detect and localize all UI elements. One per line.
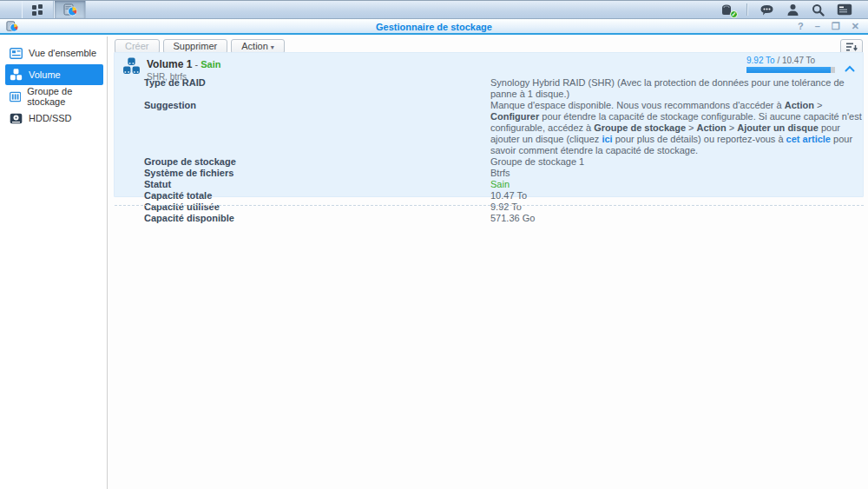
- pilot-view-icon[interactable]: [837, 3, 852, 16]
- detail-label: Suggestion: [144, 100, 490, 156]
- main-menu-button[interactable]: [22, 1, 54, 18]
- notifications-icon[interactable]: [760, 3, 774, 17]
- taskbar-separator: [746, 3, 747, 16]
- volume-subtitle: SHR, btrfs: [147, 72, 220, 82]
- sidebar-item-label: HDD/SSD: [29, 113, 72, 123]
- sidebar-item-storage-pool[interactable]: Groupe de stockage: [5, 86, 103, 107]
- capacity-separator: /: [775, 56, 782, 65]
- sidebar-item-volume[interactable]: Volume: [5, 64, 103, 85]
- hdd-icon: [10, 113, 23, 124]
- sidebar-item-hdd-ssd[interactable]: HDD/SSD: [5, 108, 103, 129]
- main-content: Créer Supprimer Action▾: [108, 36, 868, 489]
- volume-name-dash: -: [192, 59, 201, 69]
- detail-row: Système de fichiers Btrfs: [144, 168, 863, 179]
- panel-bottom-dashed-divider: [115, 205, 864, 206]
- detail-row: Statut Sain: [144, 179, 863, 190]
- suggestion-text: Manque d'espace disponible. Nous vous re…: [490, 100, 862, 156]
- sidebar-item-label: Volume: [29, 69, 61, 80]
- detail-value: Btrfs: [490, 168, 862, 179]
- detail-label: Groupe de stockage: [144, 156, 490, 168]
- detail-row: Capacité utilisée 9.92 To: [144, 202, 863, 213]
- sort-icon: [846, 43, 858, 52]
- help-button[interactable]: ?: [798, 21, 804, 32]
- toolbar: Créer Supprimer Action▾: [108, 36, 868, 54]
- detail-value: Sain: [490, 179, 862, 190]
- volume-panel-header: Volume 1 - Sain SHR, btrfs 9.92 To / 10.…: [115, 53, 863, 77]
- chevron-up-icon[interactable]: [845, 60, 855, 76]
- storage-manager-taskbar-button[interactable]: [54, 1, 86, 18]
- window-titlebar: Gestionnaire de stockage ? – ❐ ✕: [0, 19, 868, 35]
- detail-value: 9.92 To: [490, 202, 862, 213]
- capacity-progress-bar: [746, 67, 835, 73]
- volume-icon: [10, 69, 23, 81]
- detail-row: Groupe de stockage Groupe de stockage 1: [144, 156, 863, 168]
- capacity-used: 9.92 To: [746, 56, 775, 65]
- volume-status: Sain: [201, 59, 220, 69]
- overview-icon: [10, 48, 23, 59]
- user-options-icon[interactable]: [786, 3, 799, 17]
- window-title: Gestionnaire de stockage: [0, 22, 868, 32]
- detail-row-raid: Type de RAID Synology Hybrid RAID (SHR) …: [144, 77, 863, 100]
- minimize-button[interactable]: –: [815, 21, 820, 32]
- main-menu-icon: [32, 4, 43, 16]
- detail-row: Capacité disponible 571.36 Go: [144, 213, 863, 224]
- volume-name: Volume 1: [147, 58, 192, 70]
- volume-panel: Volume 1 - Sain SHR, btrfs 9.92 To / 10.…: [114, 52, 864, 197]
- detail-label: Statut: [144, 179, 490, 190]
- sidebar-item-label: Vue d'ensemble: [29, 48, 96, 58]
- close-button[interactable]: ✕: [852, 21, 859, 32]
- suggestion-link[interactable]: ici: [602, 134, 612, 144]
- health-ok-badge: ✓: [730, 10, 738, 18]
- detail-value: 10.47 To: [490, 190, 862, 202]
- volume-details: Type de RAID Synology Hybrid RAID (SHR) …: [115, 77, 863, 224]
- detail-label: Système de fichiers: [144, 168, 490, 179]
- detail-label: Capacité utilisée: [144, 202, 490, 213]
- system-health-icon[interactable]: ✓: [720, 3, 734, 17]
- caret-down-icon: ▾: [271, 43, 274, 51]
- detail-value: 571.36 Go: [490, 213, 862, 224]
- detail-row-suggestion: Suggestion Manque d'espace disponible. N…: [144, 100, 863, 156]
- volume-icon: [122, 57, 141, 78]
- detail-label: Capacité totale: [144, 190, 490, 202]
- restore-button[interactable]: ❐: [832, 21, 840, 32]
- detail-value: Groupe de stockage 1: [490, 156, 862, 168]
- detail-value: Synology Hybrid RAID (SHR) (Avec la prot…: [490, 77, 862, 100]
- suggestion-link[interactable]: cet article: [786, 134, 831, 144]
- detail-label: Capacité disponible: [144, 213, 490, 224]
- sidebar-item-overview[interactable]: Vue d'ensemble: [5, 43, 103, 63]
- capacity-progress-fill: [746, 67, 831, 73]
- sidebar: Vue d'ensemble Volume Groupe de stockage: [0, 36, 108, 489]
- sidebar-item-label: Groupe de stockage: [27, 86, 103, 107]
- storage-pool-icon: [10, 91, 21, 102]
- detail-row: Capacité totale 10.47 To: [144, 190, 863, 202]
- search-icon[interactable]: [812, 3, 825, 17]
- capacity-total: 10.47 To: [782, 56, 815, 65]
- storage-manager-icon: [63, 3, 77, 17]
- taskbar: ✓: [0, 0, 868, 19]
- capacity-block: 9.92 To / 10.47 To: [746, 56, 835, 73]
